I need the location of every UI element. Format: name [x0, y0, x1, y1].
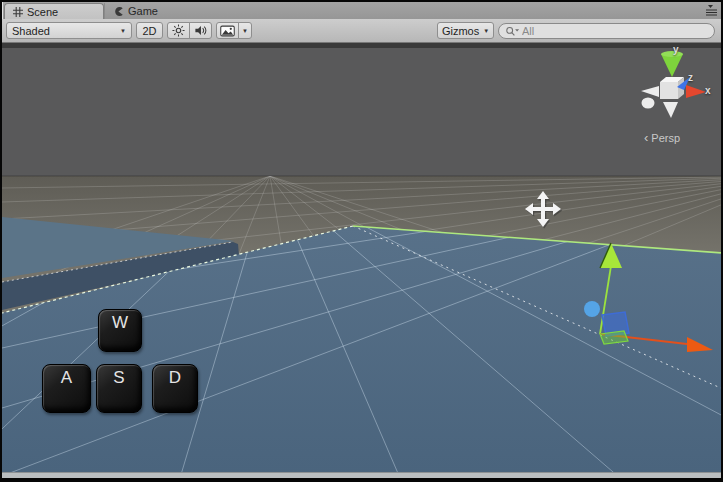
key-s[interactable]: S — [96, 364, 142, 413]
sky — [2, 48, 721, 176]
tab-scene-label: Scene — [27, 6, 58, 18]
tab-scene[interactable]: Scene — [4, 3, 104, 19]
effects-dropdown-arrow[interactable]: ▼ — [238, 22, 252, 39]
audio-toggle-button[interactable] — [189, 22, 212, 39]
key-d[interactable]: D — [152, 364, 198, 413]
key-a-label: A — [61, 368, 72, 388]
key-w-label: W — [112, 313, 128, 333]
key-a[interactable]: A — [42, 364, 91, 413]
gizmos-label: Gizmos — [442, 25, 479, 37]
persp-label[interactable]: ‹ Persp — [644, 131, 680, 144]
2d-toggle-label: 2D — [142, 25, 156, 37]
shading-mode-label: Shaded — [12, 25, 50, 37]
scene-toolbar: Shaded ▼ 2D — [2, 19, 721, 43]
key-s-label: S — [113, 368, 124, 388]
key-d-label: D — [169, 368, 181, 388]
shading-mode-dropdown[interactable]: Shaded ▼ — [6, 22, 132, 39]
sun-icon — [172, 24, 185, 37]
chevron-down-icon: ▼ — [120, 28, 126, 34]
sphere-handle-icon[interactable] — [584, 301, 600, 317]
2d-toggle-button[interactable]: 2D — [136, 22, 163, 39]
speaker-icon — [194, 24, 207, 37]
image-icon — [220, 25, 235, 37]
axis-cone-negz[interactable] — [642, 98, 655, 109]
chevron-left-icon: ‹ — [644, 131, 648, 144]
grid-icon — [13, 7, 23, 17]
scene-search-field[interactable] — [498, 23, 715, 39]
gizmos-dropdown[interactable]: Gizmos ▼ — [437, 22, 494, 39]
window-frame-edge — [2, 478, 721, 480]
search-input[interactable] — [522, 25, 682, 37]
scene-viewport[interactable]: y z x ‹ Persp W A S D — [2, 43, 721, 472]
viewport-top-shadow — [2, 43, 721, 48]
lighting-toggle-button[interactable] — [167, 22, 190, 39]
chevron-down-icon: ▼ — [483, 28, 489, 34]
pane-menu-icon[interactable] — [704, 5, 718, 16]
tab-game[interactable]: Game — [104, 3, 200, 19]
effects-toggle-button[interactable] — [216, 22, 239, 39]
chevron-down-icon: ▼ — [242, 28, 248, 34]
search-icon — [505, 25, 520, 37]
game-icon — [113, 6, 124, 17]
gizmo-cube[interactable] — [660, 82, 678, 99]
tab-bar: Scene Game — [2, 2, 721, 19]
key-w[interactable]: W — [98, 309, 142, 352]
tab-game-label: Game — [128, 5, 158, 17]
scene-view-window: Scene Game Shaded ▼ 2D — [0, 0, 723, 482]
plane-handle-xz[interactable] — [600, 331, 628, 344]
